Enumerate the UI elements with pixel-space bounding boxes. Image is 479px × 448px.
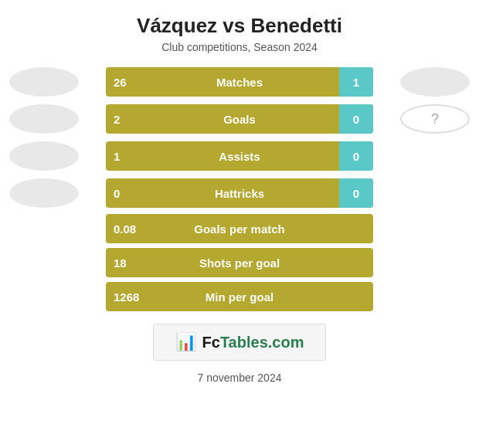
metric-bar-goals-per-match: 0.08 Goals per match	[106, 214, 373, 243]
stat-val-left-matches: 26	[114, 76, 127, 89]
header: Vázquez vs Benedetti Club competitions, …	[137, 14, 342, 53]
player-right-oval-goals: ?	[400, 104, 470, 134]
stat-row-assists: 1 Assists 0	[0, 140, 479, 172]
footer-date: 7 november 2024	[198, 372, 282, 384]
player-left-oval-goals	[9, 104, 79, 134]
stat-row-matches: 26 Matches 1	[0, 66, 479, 98]
stat-label-goals: Goals	[106, 113, 373, 126]
metric-label-shots-per-goal: Shots per goal	[106, 256, 373, 270]
stat-row-hattricks: 0 Hattricks 0	[0, 177, 479, 209]
stat-label-assists: Assists	[106, 150, 373, 163]
logo-icon: 📊	[175, 332, 196, 352]
stat-row-goals: 2 Goals 0 ?	[0, 103, 479, 135]
player-left-oval-hattricks	[9, 178, 79, 208]
metric-row-shots-per-goal: 18 Shots per goal	[0, 248, 479, 277]
stat-val-left-assists: 1	[114, 150, 120, 163]
metric-label-goals-per-match: Goals per match	[106, 222, 373, 236]
metric-bar-min-per-goal: 1268 Min per goal	[106, 282, 373, 311]
logo-text: FcTables.com	[202, 334, 304, 351]
page-subtitle: Club competitions, Season 2024	[137, 41, 342, 53]
stat-bar-goals: 2 Goals 0	[106, 104, 373, 134]
stat-val-left-hattricks: 0	[114, 187, 120, 200]
question-icon: ?	[431, 111, 439, 127]
stat-label-matches: Matches	[106, 76, 373, 89]
stat-bar-assists: 1 Assists 0	[106, 141, 373, 171]
page-title: Vázquez vs Benedetti	[137, 14, 342, 38]
metric-row-min-per-goal: 1268 Min per goal	[0, 282, 479, 311]
metric-row-goals-per-match: 0.08 Goals per match	[0, 214, 479, 243]
stat-val-left-goals: 2	[114, 113, 120, 126]
comparison-area: 26 Matches 1 2 Goals 0 ?	[0, 66, 479, 311]
player-left-oval-matches	[9, 67, 79, 97]
logo-area: 📊 FcTables.com	[153, 324, 327, 361]
stat-bar-matches: 26 Matches 1	[106, 67, 373, 97]
metric-bar-shots-per-goal: 18 Shots per goal	[106, 248, 373, 277]
stat-label-hattricks: Hattricks	[106, 187, 373, 200]
metric-label-min-per-goal: Min per goal	[106, 290, 373, 304]
player-left-oval-assists	[9, 141, 79, 171]
stat-bar-hattricks: 0 Hattricks 0	[106, 178, 373, 208]
player-right-oval-matches	[400, 67, 470, 97]
